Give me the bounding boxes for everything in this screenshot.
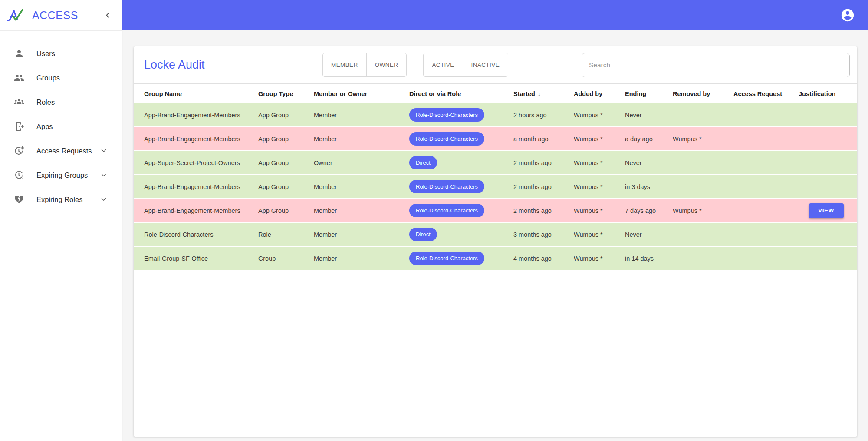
toolbar: Locke Audit MEMBER OWNER ACTIVE INACTIVE [134,46,857,83]
col-group-type: Group Type [258,84,314,104]
audit-table: Group Name Group Type Member or Owner Di… [134,83,857,271]
col-group-name: Group Name [134,84,258,104]
chevron-left-icon [103,11,112,20]
col-access-request: Access Request [733,84,799,104]
sort-desc-icon: ↓ [538,90,541,97]
chevron-down-icon [100,196,108,203]
direct-pill[interactable]: Direct [409,228,437,241]
sidebar-item-label: Expiring Roles [36,196,82,204]
col-ending: Ending [625,84,673,104]
sidebar-item-roles[interactable]: Roles [0,90,122,114]
audit-card: Locke Audit MEMBER OWNER ACTIVE INACTIVE [134,46,857,437]
app-logo-text: ACCESS [32,9,78,22]
clock-alert-icon [14,170,24,180]
table-row: App-Brand-Engagement-Members App Group M… [134,103,857,127]
groups-icon [14,97,24,107]
col-justification: Justification [799,84,857,104]
sidebar: ACCESS Users Groups [0,0,122,441]
page-title: Locke Audit [144,58,218,72]
table-row: App-Brand-Engagement-Members App Group M… [134,175,857,199]
app-root: ACCESS Users Groups [0,0,868,441]
account-circle-icon[interactable] [840,8,855,23]
col-direct-or-via-role: Direct or via Role [409,84,513,104]
search-input[interactable] [582,53,850,77]
sidebar-item-label: Roles [36,98,55,106]
chevron-down-icon [100,171,108,179]
app-bar [122,0,868,30]
sidebar-item-label: Expiring Groups [36,171,88,179]
sidebar-header: ACCESS [0,0,122,31]
col-started[interactable]: Started↓ [513,84,574,104]
people-icon [14,73,24,83]
sidebar-item-label: Apps [36,123,53,131]
main-column: Locke Audit MEMBER OWNER ACTIVE INACTIVE [122,0,868,441]
person-icon [14,48,24,59]
content-area: Locke Audit MEMBER OWNER ACTIVE INACTIVE [122,30,868,441]
col-member-or-owner: Member or Owner [314,84,409,104]
via-role-pill[interactable]: Role-Discord-Characters [409,252,484,265]
more-time-icon [14,146,24,156]
sidebar-collapse-button[interactable] [102,9,114,21]
sidebar-item-expiring-groups[interactable]: Expiring Groups [0,163,122,187]
sidebar-item-apps[interactable]: Apps [0,114,122,139]
member-owner-toggle-group: MEMBER OWNER [322,53,407,77]
col-removed-by: Removed by [673,84,733,104]
table-row: Email-Group-SF-Office Group Member Role-… [134,246,857,270]
sidebar-nav: Users Groups Roles [0,31,122,212]
active-inactive-toggle-group: ACTIVE INACTIVE [423,53,508,77]
sidebar-item-expiring-roles[interactable]: Expiring Roles [0,187,122,212]
sidebar-item-label: Users [36,50,55,58]
table-header-row: Group Name Group Type Member or Owner Di… [134,84,857,104]
sidebar-item-label: Access Requests [36,147,92,155]
direct-pill[interactable]: Direct [409,156,437,169]
sidebar-item-users[interactable]: Users [0,41,122,66]
sidebar-item-label: Groups [36,74,60,82]
via-role-pill[interactable]: Role-Discord-Characters [409,132,484,146]
table-row: App-Brand-Engagement-Members App Group M… [134,199,857,222]
broken-heart-icon [14,194,24,205]
owner-toggle-button[interactable]: OWNER [366,53,407,76]
col-added-by: Added by [574,84,625,104]
active-toggle-button[interactable]: ACTIVE [424,53,462,76]
table-row: App-Brand-Engagement-Members App Group M… [134,127,857,151]
chevron-down-icon [100,147,108,155]
view-button[interactable]: VIEW [809,203,844,218]
via-role-pill[interactable]: Role-Discord-Characters [409,108,484,122]
table-row: Role-Discord-Characters Role Member Dire… [134,222,857,246]
sidebar-item-access-requests[interactable]: Access Requests [0,139,122,163]
table-row: App-Super-Secret-Project-Owners App Grou… [134,151,857,175]
app-logo-icon [7,8,27,23]
via-role-pill[interactable]: Role-Discord-Characters [409,180,484,193]
member-toggle-button[interactable]: MEMBER [323,53,366,76]
inactive-toggle-button[interactable]: INACTIVE [463,53,508,76]
via-role-pill[interactable]: Role-Discord-Characters [409,204,484,217]
mobile-add-icon [14,121,24,132]
sidebar-item-groups[interactable]: Groups [0,66,122,90]
